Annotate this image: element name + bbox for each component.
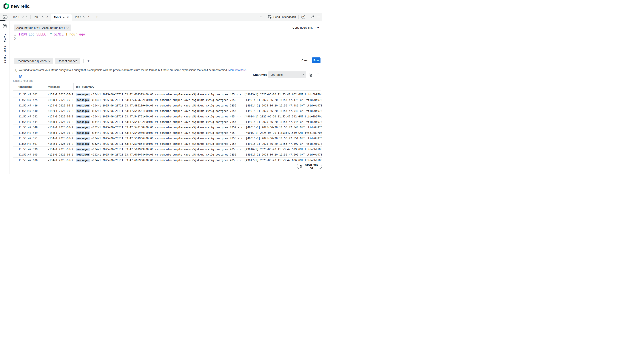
table-row[interactable]: 11:53:47.599 <134>1 2025-06-2 message: <… [13,146,322,152]
log-key-highlight: message: [76,93,90,96]
cell-timestamp: 11:53:47.549 [13,130,45,136]
table-row[interactable]: 11:53:47.551 <134>1 2025-06-2 message: <… [13,136,322,141]
nrql-editor[interactable]: 1 FROM Log SELECT * SINCE 1 hour ago 2 [10,32,85,41]
cell-log-summary: message: <132>1 2025-06-20T11:53:47.5405… [74,108,322,114]
main-panel: Account: 6844974 - Account 6844974 Copy … [10,21,322,174]
chart-edit-icon[interactable] [308,72,312,77]
code-token [48,32,50,36]
tab-2[interactable]: Tab 2 ✕ [30,13,51,21]
table-row[interactable]: 11:53:47.606 <134>1 2025-06-2 message: <… [13,158,322,163]
more-info-link[interactable]: More info here. [228,68,247,72]
open-logs-ui-label: Open logs UI [304,163,320,169]
recent-queries-button[interactable]: Recent queries [55,58,80,64]
chevron-down-icon [66,27,68,28]
table-row[interactable]: 11:53:47.597 <132>1 2025-06-2 message: <… [13,141,322,146]
clear-button[interactable]: Clear [302,59,308,62]
table-row[interactable]: 11:53:47.548 <132>1 2025-06-2 message: <… [13,124,322,130]
chevron-down-icon[interactable] [22,16,24,18]
add-tab-icon[interactable]: + [96,15,98,19]
open-logs-ui-button[interactable]: Open logs UI [297,164,322,169]
chevron-down-icon[interactable] [260,16,262,18]
minimize-icon[interactable] [317,17,320,17]
cell-log-summary: message: <134>1 2025-06-20T11:53:47.5427… [74,114,322,119]
cell-log-summary: message: <134>1 2025-06-20T11:53:47.5499… [74,130,322,136]
close-icon[interactable]: ✕ [87,16,89,18]
recommended-queries-button[interactable]: Recommended queries [14,58,53,64]
external-link-icon[interactable] [19,75,22,78]
cell-message: <132>1 2025-06-2 [45,152,74,157]
cell-timestamp: 11:53:47.551 [13,136,45,141]
table-row[interactable]: 11:53:47.549 <134>1 2025-06-2 message: <… [13,130,322,136]
log-summary-text: <134>1 2025-06-20T11:53:47.549960+00:00 … [90,132,322,134]
send-feedback-button[interactable]: Send us feedback [268,15,296,19]
query-more-icon[interactable]: ··· [316,26,320,29]
table-row[interactable]: 11:53:47.486 <134>1 2025-06-2 message: <… [13,103,322,108]
log-key-highlight: message: [76,136,90,140]
divider [298,15,298,19]
run-button[interactable]: Run [312,58,320,63]
table-row[interactable]: 11:53:47.605 <132>1 2025-06-2 message: <… [13,152,322,157]
tab-1[interactable]: Tab 1 ✕ [10,13,30,21]
table-row[interactable]: 11:53:47.540 <132>1 2025-06-2 message: <… [13,108,322,114]
table-row[interactable]: 11:53:47.475 <134>1 2025-06-2 message: <… [13,97,322,102]
cell-log-summary: message: <134>1 2025-06-20T11:53:47.5519… [74,136,322,141]
tab-label: Tab 1 [13,15,20,18]
tab-3-active[interactable]: Tab 3 ✕ [51,14,72,21]
since-label: Since 1 hour ago [13,79,33,82]
log-summary-text: <134>1 2025-06-20T11:53:47.599999+00:00 … [90,148,322,151]
code-token: * [50,32,52,36]
cell-message: <134>1 2025-06-2 [45,136,74,141]
section-divider [10,66,322,66]
table-row[interactable]: 11:53:47.544 <134>1 2025-06-2 message: <… [13,119,322,124]
cell-timestamp: 11:53:47.544 [13,119,45,124]
divider [265,15,265,19]
close-icon[interactable]: ✕ [46,16,48,18]
tab-4[interactable]: Tab 4 ✕ [72,13,92,21]
cell-log-summary: message: <134>1 2025-06-20T11:53:42.6023… [74,92,322,97]
log-summary-text: <134>1 2025-06-20T11:53:47.544782+00:00 … [90,120,322,124]
cell-timestamp: 11:53:47.486 [13,103,45,108]
new-relic-logo: new relic. [4,3,30,10]
copy-query-link[interactable]: Copy query link [292,26,312,29]
log-summary-text: <134>1 2025-06-20T11:53:47.475602+00:00 … [90,98,322,102]
log-summary-text: <132>1 2025-06-20T11:53:47.605078+00:00 … [90,153,322,156]
cell-timestamp: 11:53:47.606 [13,158,45,163]
add-query-icon[interactable]: + [87,59,90,63]
tab-label: Tab 4 [74,15,81,18]
chart-more-icon[interactable]: ··· [316,72,320,76]
close-icon[interactable]: ✕ [67,16,69,18]
terminal-icon[interactable] [2,14,8,20]
table-row[interactable]: 11:53:47.542 <134>1 2025-06-2 message: <… [13,114,322,119]
code-token [77,32,79,36]
chart-type-value: Log Table [270,73,283,76]
help-icon[interactable]: ? [301,15,305,19]
column-header-log-summary: log_summary [74,83,320,90]
send-feedback-label: Send us feedback [274,15,296,18]
log-key-highlight: message: [76,109,90,113]
cell-log-summary: message: <134>1 2025-06-20T11:53:47.4756… [74,98,322,102]
cell-log-summary: message: <132>1 2025-06-20T11:53:47.6050… [74,152,322,157]
log-table: timestamp message log_summary 11:53:42.6… [13,83,322,163]
recent-queries-label: Recent queries [58,59,78,62]
cell-message: <132>1 2025-06-2 [45,125,74,130]
code-token: SELECT [36,32,48,36]
chevron-down-icon[interactable] [63,16,65,18]
warning-icon: ! [14,68,17,72]
cell-timestamp: 11:53:47.599 [13,147,45,152]
cell-timestamp: 11:53:47.605 [13,152,45,157]
cell-message: <134>1 2025-06-2 [45,130,74,136]
table-row[interactable]: 11:53:42.602 <134>1 2025-06-2 message: <… [13,92,322,97]
cell-log-summary: message: <134>1 2025-06-20T11:53:47.5447… [74,119,322,124]
chevron-down-icon[interactable] [83,16,86,18]
collapse-icon[interactable] [310,15,314,19]
database-icon[interactable] [2,24,7,28]
close-icon[interactable]: ✕ [26,16,28,18]
account-selector[interactable]: Account: 6844974 - Account 6844974 [14,24,71,31]
chart-type-select[interactable]: Log Table [268,72,306,78]
cell-message: <134>1 2025-06-2 [45,114,74,119]
cell-timestamp: 11:53:42.602 [13,92,45,97]
log-summary-text: <134>1 2025-06-20T11:53:47.542751+00:00 … [90,115,322,118]
chevron-down-icon[interactable] [42,16,44,18]
text-cursor [19,37,19,40]
log-key-highlight: message: [76,115,90,118]
